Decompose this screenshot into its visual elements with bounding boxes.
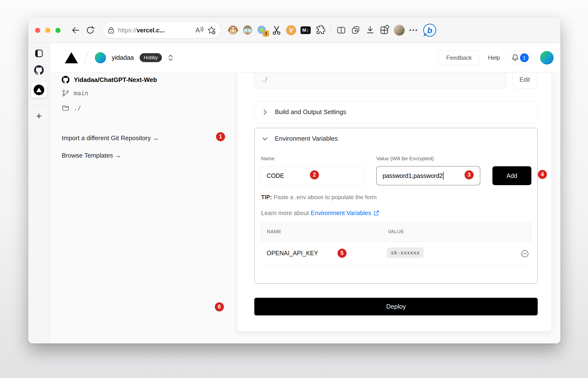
env-section-title: Environment Variables (275, 135, 338, 142)
folder-icon (62, 104, 70, 112)
monkey-extension-icon[interactable] (228, 25, 239, 36)
v-capture-extension-icon[interactable]: V (286, 25, 297, 36)
scissors-extension-icon[interactable] (271, 25, 282, 36)
browse-templates-link[interactable]: Browse Templates → (62, 152, 121, 159)
translate-extension-icon[interactable]: 3 (257, 25, 268, 36)
notification-count-badge: 1 (520, 54, 529, 62)
team-avatar (95, 52, 106, 63)
annotation-badge-1: 1 (216, 132, 225, 141)
team-switcher-icon[interactable] (168, 54, 173, 62)
browser-window: https://vercel.c... A 3 V M↓ (28, 18, 560, 343)
repo-name: Yidadaa/ChatGPT-Next-Web (74, 76, 157, 84)
chevron-right-icon (262, 109, 268, 115)
vercel-logo[interactable] (65, 52, 78, 63)
bell-icon (512, 54, 519, 62)
github-sidebar-icon[interactable] (34, 65, 44, 75)
browser-toolbar: https://vercel.c... A 3 V M↓ (28, 18, 560, 43)
vercel-header: yidadaa Hobby Feedback Help 1 (50, 43, 560, 72)
close-window-button[interactable] (35, 28, 40, 33)
env-row-name: OPENAI_API_KEY (267, 250, 318, 257)
bing-chat-icon[interactable]: b (423, 25, 437, 36)
root-directory-text: ./ (74, 105, 81, 112)
branch-name: main (74, 90, 88, 97)
extensions-puzzle-icon[interactable] (315, 25, 326, 36)
edge-sidebar: + (28, 43, 50, 343)
settings-more-icon[interactable]: ••• (408, 25, 419, 36)
downloads-icon[interactable] (365, 25, 376, 36)
add-button[interactable]: Add (492, 166, 531, 185)
split-screen-icon[interactable] (336, 25, 347, 36)
env-section-header[interactable]: Environment Variables (262, 135, 338, 142)
annotation-badge-4: 4 (538, 170, 547, 179)
learn-more-text: Learn more about Environment Variables (261, 210, 379, 216)
chevron-down-icon (262, 135, 268, 142)
traffic-lights (35, 28, 60, 33)
extension-counter-badge: 3 (263, 30, 269, 37)
root-directory-input[interactable]: ./ (254, 72, 507, 88)
refresh-icon[interactable] (85, 25, 96, 36)
annotation-badge-2: 2 (310, 170, 319, 179)
address-bar[interactable]: https://vercel.c... A (103, 22, 221, 38)
build-settings-title: Build and Output Settings (275, 108, 346, 116)
markdown-extension-icon[interactable]: M↓ (300, 25, 311, 36)
github-repo-icon (62, 76, 70, 84)
toolbar-divider (330, 25, 331, 35)
deploy-button[interactable]: Deploy (254, 298, 538, 315)
zoom-window-button[interactable] (56, 28, 60, 33)
env-row-value-chip: sk-xxxxxx (387, 247, 423, 258)
team-name[interactable]: yidadaa (112, 54, 134, 61)
build-output-settings-section[interactable]: Build and Output Settings (254, 101, 538, 123)
edit-button[interactable]: Edit (512, 72, 537, 88)
row-divider (261, 266, 531, 266)
avatar-extension-icon[interactable] (242, 25, 253, 36)
text-cursor (443, 172, 444, 180)
plan-badge: Hobby (140, 53, 162, 62)
table-header-value: VALUE (388, 229, 404, 234)
collections-icon[interactable] (350, 25, 361, 36)
sidebar-divider (33, 105, 45, 105)
read-aloud-icon[interactable]: A (196, 27, 204, 34)
environment-variables-section: Environment Variables Name Value (Will B… (254, 128, 538, 284)
tip-text: TIP: Paste a .env above to populate the … (261, 194, 377, 201)
workspaces-icon[interactable] (379, 25, 390, 36)
column-divider (62, 122, 204, 122)
import-git-repo-link[interactable]: Import a different Git Repository → (62, 134, 159, 142)
vercel-app-tab[interactable] (31, 82, 47, 98)
help-link[interactable]: Help (488, 54, 500, 61)
import-summary-column: Yidadaa/ChatGPT-Next-Web main ./ (62, 74, 221, 164)
table-header-name: NAME (267, 229, 281, 234)
value-label: Value (Will Be Encrypted) (376, 156, 434, 162)
favorite-star-icon[interactable] (207, 26, 216, 35)
annotation-badge-3: 3 (465, 170, 473, 179)
back-icon[interactable] (70, 25, 81, 36)
notifications-button[interactable]: 1 (508, 50, 532, 66)
lock-icon (107, 26, 115, 34)
vercel-page: yidadaa Hobby Feedback Help 1 (50, 43, 560, 343)
breadcrumb-slash (84, 51, 88, 64)
configure-project-card: ./ Edit Build and Output Settings (237, 72, 552, 332)
journal-sidebar-icon[interactable] (34, 49, 43, 58)
env-variables-link[interactable]: Environment Variables (311, 210, 371, 216)
annotation-badge-5: 5 (338, 249, 346, 258)
env-table-row: OPENAI_API_KEY sk-xxxxxx (261, 242, 531, 266)
remove-variable-icon[interactable] (521, 250, 529, 258)
name-label: Name (261, 156, 275, 162)
add-sidebar-item-icon[interactable]: + (36, 112, 42, 120)
profile-avatar[interactable] (394, 25, 405, 36)
page-content: Yidadaa/ChatGPT-Next-Web main ./ (50, 72, 560, 343)
git-branch-icon (62, 89, 70, 97)
url-host: vercel.c... (137, 27, 165, 34)
url-text: https://vercel.c... (118, 27, 165, 34)
vercel-favicon (34, 85, 44, 95)
user-avatar[interactable] (540, 51, 554, 65)
annotation-badge-6: 6 (215, 302, 224, 311)
url-scheme: https:// (118, 27, 137, 34)
feedback-button[interactable]: Feedback (438, 50, 480, 66)
external-link-icon (373, 210, 379, 216)
minimize-window-button[interactable] (45, 28, 50, 33)
env-table-header: NAME VALUE (261, 222, 531, 242)
